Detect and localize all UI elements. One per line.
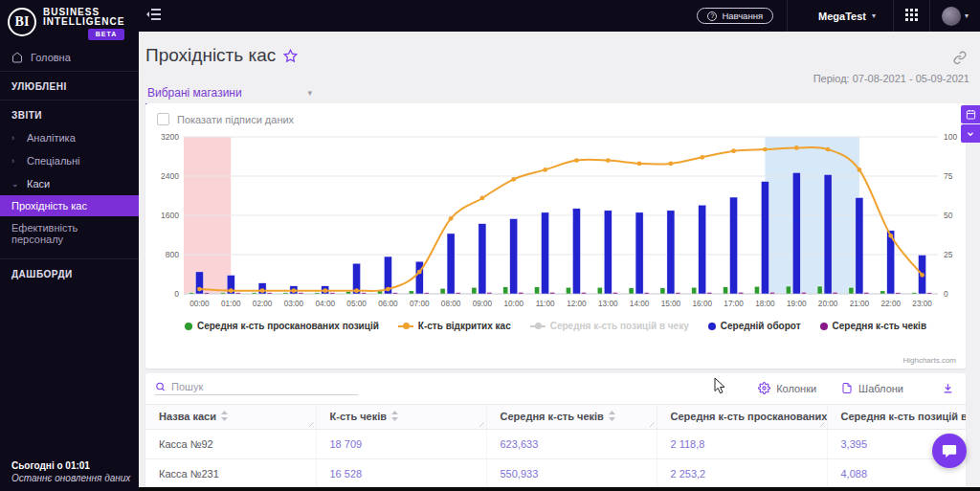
- legend-item-positions-per-receipt[interactable]: Середня к-сть позицій в чеку: [530, 321, 689, 331]
- cell-avg-receipts[interactable]: 623,633: [486, 430, 657, 459]
- svg-text:03:00: 03:00: [284, 300, 304, 308]
- svg-text:10:00: 10:00: [504, 300, 524, 308]
- show-data-labels-label: Показати підписи даних: [177, 114, 294, 125]
- logo[interactable]: BI BUSINESS INTELLIGENCE BETA: [0, 0, 139, 40]
- chart-legend: Середня к-сть просканованих позицій К-ст…: [145, 321, 966, 331]
- column-header-register-name[interactable]: Назва каси: [145, 405, 316, 430]
- sidebar-item-label: Головна: [31, 52, 71, 63]
- column-resize-handle[interactable]: [307, 420, 314, 427]
- svg-text:50: 50: [944, 211, 953, 220]
- apps-grid-icon: [905, 9, 918, 21]
- collapse-panel-button[interactable]: [961, 124, 980, 143]
- svg-text:22:00: 22:00: [881, 300, 902, 308]
- svg-text:23:00: 23:00: [912, 300, 932, 308]
- sort-icon[interactable]: [221, 411, 228, 423]
- download-button[interactable]: [942, 382, 954, 394]
- calendar-icon: [966, 109, 976, 120]
- cell-receipts-count[interactable]: 16 528: [316, 459, 486, 489]
- bottom-edge: [139, 487, 980, 491]
- svg-text:25: 25: [944, 250, 953, 259]
- legend-marker-icon: [820, 323, 828, 330]
- apps-grid-button[interactable]: [905, 8, 918, 25]
- cell-avg-receipts[interactable]: 550,933: [486, 459, 657, 489]
- svg-text:02:00: 02:00: [253, 300, 273, 308]
- gear-icon: [758, 382, 770, 394]
- table-row[interactable]: Касса №92 18 709 623,633 2 118,8 3,395: [145, 430, 966, 459]
- sort-icon[interactable]: [609, 411, 615, 423]
- sort-icon[interactable]: [391, 411, 398, 423]
- svg-text:04:00: 04:00: [316, 300, 336, 308]
- question-icon: ?: [707, 11, 717, 21]
- last-update-time: Сьогодні о 01:01: [11, 460, 130, 471]
- store-filter-dropdown[interactable]: Вибрані магазини ▾: [145, 84, 316, 104]
- column-header-avg-receipts[interactable]: Середня к-сть чеків: [486, 405, 657, 430]
- menu-collapse-button[interactable]: [146, 8, 162, 25]
- sidebar-item-kasy[interactable]: ⌄ Каси: [0, 172, 139, 195]
- menu-fold-icon: [146, 8, 162, 21]
- home-icon: [11, 52, 23, 63]
- sidebar-item-staff-efficiency[interactable]: Ефективність персоналу: [0, 216, 139, 251]
- svg-text:18:00: 18:00: [755, 300, 775, 308]
- templates-button[interactable]: Шаблони: [841, 382, 903, 394]
- column-resize-handle[interactable]: [648, 420, 655, 427]
- avatar[interactable]: [942, 7, 961, 26]
- download-icon: [942, 382, 954, 394]
- search-icon: [155, 381, 166, 392]
- svg-text:21:00: 21:00: [850, 300, 870, 308]
- legend-item-average-receipts[interactable]: Середня к-сть чеків: [820, 321, 926, 331]
- svg-text:800: 800: [166, 250, 179, 259]
- main-content: Прохідність кас Період: 07-08-2021 - 05-…: [139, 32, 980, 491]
- chevron-down-icon[interactable]: ▾: [872, 11, 876, 20]
- divider: [893, 0, 894, 32]
- sidebar-section-dashboards: ДАШБОРДИ: [0, 261, 139, 285]
- columns-button[interactable]: Колонки: [758, 382, 816, 394]
- chart-settings-button[interactable]: [961, 105, 980, 123]
- sidebar-item-analytics[interactable]: › Аналітика: [0, 126, 139, 149]
- link-icon: [953, 51, 967, 64]
- divider: [0, 100, 139, 100]
- column-header-receipts-count[interactable]: К-сть чеків: [316, 405, 486, 430]
- tenant-dropdown[interactable]: MegaTest: [788, 11, 872, 22]
- svg-text:100: 100: [944, 132, 957, 142]
- sidebar-item-label: Ефективність персоналу: [11, 222, 127, 245]
- chevron-down-icon: [966, 129, 975, 139]
- legend-item-scanned-positions[interactable]: Середня к-сть просканованих позицій: [185, 321, 379, 331]
- svg-text:20:00: 20:00: [818, 300, 838, 308]
- page-title: Прохідність кас: [145, 45, 276, 66]
- chat-widget-button[interactable]: [932, 434, 967, 468]
- sidebar-item-label: Каси: [27, 178, 50, 190]
- column-resize-handle[interactable]: [478, 420, 484, 427]
- sidebar-item-home[interactable]: Головна: [0, 46, 139, 69]
- sidebar-item-label: Спеціальні: [27, 155, 80, 167]
- svg-text:0: 0: [174, 289, 179, 299]
- favorite-star-icon[interactable]: [283, 49, 298, 63]
- column-header-avg-positions-per-receipt[interactable]: Середня к-сть позицій в чеку: [827, 405, 966, 430]
- legend-label: Середня к-сть позицій в чеку: [550, 321, 689, 331]
- sidebar-item-cash-traffic-active[interactable]: Прохідність кас: [0, 195, 139, 216]
- app-window: BI BUSINESS INTELLIGENCE BETA Головна УЛ…: [0, 0, 980, 491]
- svg-text:08:00: 08:00: [441, 300, 461, 308]
- cell-receipts-count[interactable]: 18 709: [316, 430, 486, 459]
- show-data-labels-checkbox[interactable]: [157, 113, 169, 125]
- sidebar-item-special[interactable]: › Спеціальні: [0, 149, 139, 172]
- divider: [0, 71, 139, 72]
- traffic-chart: 0800160024003200025507510000:0001:0002:0…: [151, 129, 960, 317]
- chevron-down-icon[interactable]: ▾: [965, 11, 969, 20]
- search-input[interactable]: [171, 381, 358, 392]
- cell-avg-scanned[interactable]: 2 253,2: [657, 459, 827, 489]
- chevron-down-icon: ▾: [307, 88, 312, 98]
- legend-item-open-registers[interactable]: К-сть відкритих кас: [398, 321, 511, 331]
- legend-marker-icon: [398, 325, 413, 327]
- table-row[interactable]: Касса №231 16 528 550,933 2 253,2 4,088: [145, 459, 966, 489]
- cell-avg-scanned[interactable]: 2 118,8: [657, 430, 827, 459]
- share-link-button[interactable]: [953, 51, 967, 68]
- column-header-avg-scanned-positions[interactable]: Середня к-сть просканованих позицій: [657, 405, 827, 430]
- divider: [0, 258, 139, 259]
- cell-register-name: Касса №231: [145, 459, 316, 489]
- templates-button-label: Шаблони: [858, 383, 903, 394]
- svg-text:06:00: 06:00: [378, 300, 398, 308]
- training-button[interactable]: ? Навчання: [697, 8, 773, 24]
- svg-text:2400: 2400: [161, 171, 179, 181]
- legend-item-average-turnover[interactable]: Середній оборот: [708, 321, 801, 331]
- table-panel: Колонки Шаблони Назва каси К-ст: [145, 373, 966, 491]
